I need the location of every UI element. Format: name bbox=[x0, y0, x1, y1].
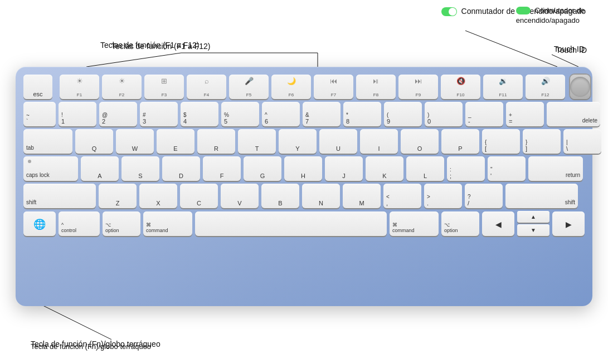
key-f11[interactable]: 🔉 F11 bbox=[483, 75, 523, 99]
key-w[interactable]: W bbox=[116, 129, 154, 154]
key-r[interactable]: R bbox=[197, 129, 235, 154]
key-5[interactable]: % 5 bbox=[221, 102, 259, 126]
key-f9[interactable]: ⏭ F9 bbox=[398, 75, 438, 99]
key-6[interactable]: ^ 6 bbox=[262, 102, 300, 126]
key-8[interactable]: * 8 bbox=[343, 102, 381, 126]
key-2[interactable]: @ 2 bbox=[99, 102, 137, 126]
key-quote[interactable]: " ' bbox=[488, 156, 526, 181]
key-equals[interactable]: + = bbox=[506, 102, 544, 126]
key-backslash[interactable]: | \ bbox=[563, 129, 601, 154]
key-capslock[interactable]: caps lock bbox=[23, 156, 78, 181]
key-l[interactable]: L bbox=[406, 156, 444, 181]
key-arrow-left[interactable]: ◀ bbox=[482, 211, 514, 236]
power-indicator bbox=[441, 7, 457, 16]
touchid-label-block: Touch ID bbox=[554, 45, 585, 53]
key-m[interactable]: M bbox=[343, 184, 381, 208]
key-d[interactable]: D bbox=[162, 156, 200, 181]
key-v[interactable]: V bbox=[221, 184, 259, 208]
key-3[interactable]: # 3 bbox=[140, 102, 178, 126]
row-numbers: ~ ` ! 1 @ 2 # 3 $ 4 % 5 bbox=[23, 102, 585, 126]
key-control[interactable]: ^ control bbox=[59, 211, 100, 236]
key-f[interactable]: F bbox=[203, 156, 241, 181]
key-k[interactable]: K bbox=[366, 156, 403, 181]
key-f12[interactable]: 🔊 F12 bbox=[526, 75, 565, 99]
key-b[interactable]: B bbox=[261, 184, 299, 208]
key-z[interactable]: Z bbox=[99, 184, 137, 208]
capslock-indicator bbox=[28, 160, 31, 163]
key-arrow-up[interactable]: ▲ bbox=[517, 211, 549, 223]
key-delete[interactable]: delete bbox=[547, 102, 600, 126]
row-modifiers: 🌐 ^ control ⌥ option ⌘ command ⌘ command… bbox=[23, 211, 585, 236]
key-backquote[interactable]: ~ ` bbox=[23, 102, 56, 126]
key-shift-left[interactable]: shift bbox=[23, 184, 96, 208]
svg-line-2 bbox=[86, 53, 181, 67]
key-c[interactable]: C bbox=[180, 184, 218, 208]
key-f2[interactable]: ☀ F2 bbox=[102, 75, 142, 99]
row-zxcv: shift Z X C V B N M < , > . ? / shift bbox=[23, 184, 585, 208]
key-command-left[interactable]: ⌘ command bbox=[143, 211, 192, 236]
key-esc[interactable]: esc bbox=[23, 75, 52, 99]
key-a[interactable]: A bbox=[81, 156, 119, 181]
key-9[interactable]: ( 9 bbox=[384, 102, 422, 126]
key-u[interactable]: U bbox=[319, 129, 357, 154]
svg-line-1 bbox=[552, 55, 578, 67]
key-h[interactable]: H bbox=[284, 156, 322, 181]
key-f8[interactable]: ⏯ F8 bbox=[356, 75, 396, 99]
key-globe[interactable]: 🌐 bbox=[23, 211, 56, 236]
key-n[interactable]: N bbox=[302, 184, 340, 208]
key-f4[interactable]: ⌕ F4 bbox=[187, 75, 226, 99]
key-7[interactable]: & 7 bbox=[303, 102, 341, 126]
key-bracket-open[interactable]: { [ bbox=[482, 129, 520, 154]
key-f5[interactable]: 🎤 F5 bbox=[229, 75, 269, 99]
key-arrow-right[interactable]: ▶ bbox=[552, 211, 585, 236]
key-command-right[interactable]: ⌘ command bbox=[390, 211, 439, 236]
key-0[interactable]: ) 0 bbox=[425, 102, 463, 126]
key-tab[interactable]: tab bbox=[23, 129, 72, 154]
fn-label-block: Tecla de función (Fn)/globo terráqueo bbox=[31, 342, 151, 351]
key-f10[interactable]: 🔇 F10 bbox=[441, 75, 480, 99]
key-s[interactable]: S bbox=[121, 156, 159, 181]
keyboard-body: esc ☀ F1 ☀ F2 ⊞ F3 ⌕ F4 🎤 F5 bbox=[16, 67, 592, 306]
row-function: esc ☀ F1 ☀ F2 ⊞ F3 ⌕ F4 🎤 F5 bbox=[23, 75, 585, 99]
row-asdf: caps lock A S D F G H J K L : ; " ' retu… bbox=[23, 156, 585, 181]
key-return[interactable]: return bbox=[528, 156, 583, 181]
touchid-label-text: Touch ID bbox=[554, 45, 585, 53]
key-f1[interactable]: ☀ F1 bbox=[60, 75, 99, 99]
svg-line-0 bbox=[465, 31, 557, 67]
key-arrow-down[interactable]: ▼ bbox=[517, 224, 549, 236]
funckeys-label-text: Teclas de función (F1 a F12) bbox=[100, 41, 199, 50]
key-option-left[interactable]: ⌥ option bbox=[103, 211, 140, 236]
diagram-container: Conmutador de encendido/apagado Touch ID… bbox=[0, 0, 608, 364]
key-i[interactable]: I bbox=[360, 129, 398, 154]
fn-label-text: Tecla de función (Fn)/globo terráqueo bbox=[31, 342, 151, 351]
key-x[interactable]: X bbox=[139, 184, 177, 208]
key-slash[interactable]: ? / bbox=[465, 184, 503, 208]
key-comma[interactable]: < , bbox=[383, 184, 421, 208]
key-f7[interactable]: ⏮ F7 bbox=[314, 75, 353, 99]
key-o[interactable]: O bbox=[401, 129, 439, 154]
key-e[interactable]: E bbox=[157, 129, 194, 154]
key-minus[interactable]: _ - bbox=[465, 102, 503, 126]
key-y[interactable]: Y bbox=[279, 129, 317, 154]
key-t[interactable]: T bbox=[238, 129, 276, 154]
key-period[interactable]: > . bbox=[424, 184, 462, 208]
key-4[interactable]: $ 4 bbox=[181, 102, 218, 126]
key-f6[interactable]: 🌙 F6 bbox=[271, 75, 311, 99]
key-shift-right[interactable]: shift bbox=[505, 184, 578, 208]
power-toggle-icon bbox=[516, 7, 531, 14]
key-f3[interactable]: ⊞ F3 bbox=[144, 75, 184, 99]
key-option-right[interactable]: ⌥ option bbox=[441, 211, 479, 236]
arrow-up-down-cluster: ▲ ▼ bbox=[517, 211, 549, 236]
key-touchid[interactable] bbox=[570, 75, 590, 99]
power-label-block: Conmutador deencendido/apagado bbox=[516, 6, 585, 26]
key-1[interactable]: ! 1 bbox=[59, 102, 96, 126]
key-j[interactable]: J bbox=[325, 156, 363, 181]
key-space[interactable] bbox=[195, 211, 387, 236]
key-g[interactable]: G bbox=[244, 156, 281, 181]
key-p[interactable]: P bbox=[441, 129, 479, 154]
touchid-sensor bbox=[570, 77, 590, 97]
row-qwerty: tab Q W E R T Y U I O P { [ } ] | \ bbox=[23, 129, 585, 154]
key-q[interactable]: Q bbox=[75, 129, 113, 154]
key-semicolon[interactable]: : ; bbox=[447, 156, 485, 181]
key-bracket-close[interactable]: } ] bbox=[523, 129, 561, 154]
